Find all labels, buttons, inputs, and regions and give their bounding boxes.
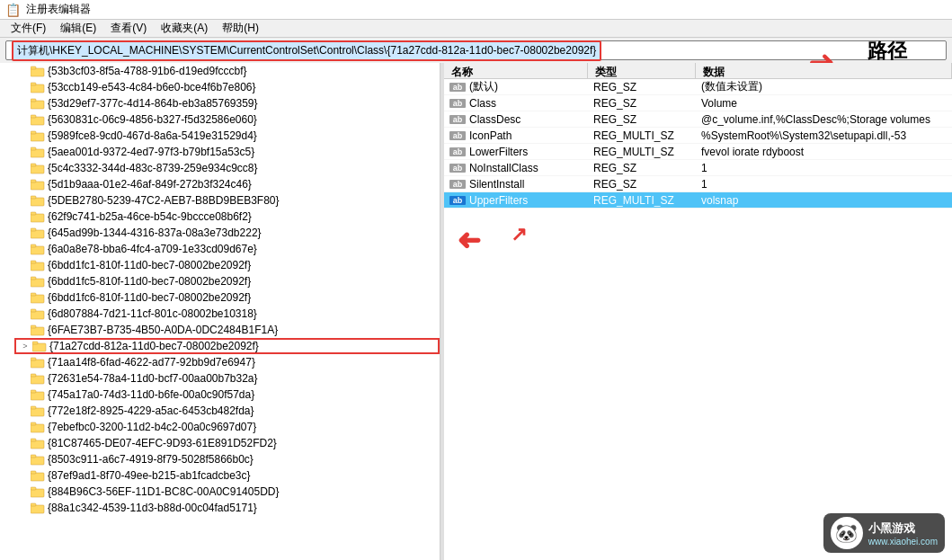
- registry-row[interactable]: abClassDescREG_SZ@c_volume.inf,%ClassDes…: [444, 111, 952, 128]
- svg-rect-24: [31, 262, 44, 271]
- folder-icon: [31, 259, 45, 271]
- tree-item[interactable]: {72631e54-78a4-11d0-bcf7-00aa00b7b32a}: [14, 370, 440, 387]
- svg-rect-27: [31, 277, 36, 280]
- tree-item[interactable]: {6a0a8e78-bba6-4fc4-a709-1e33cd09d67e}: [14, 241, 440, 257]
- tree-item[interactable]: {6bdd1fc5-810f-11d0-bec7-08002be2092f}: [14, 273, 440, 289]
- registry-row[interactable]: ab(默认)REG_SZ(数值未设置): [444, 79, 952, 95]
- tree-item[interactable]: {87ef9ad1-8f70-49ee-b215-ab1fcadcbe3c}: [14, 467, 440, 484]
- svg-rect-37: [31, 358, 36, 360]
- tree-item[interactable]: {884B96C3-56EF-11D1-BC8C-00A0C91405DD}: [14, 484, 440, 500]
- tree-item[interactable]: {8503c911-a6c7-4919-8f79-5028f5866b0c}: [14, 451, 440, 467]
- tree-item[interactable]: {745a17a0-74d3-11d0-b6fe-00a0c90f57da}: [14, 387, 440, 403]
- svg-rect-29: [31, 293, 36, 296]
- address-bar[interactable]: 计算机\HKEY_LOCAL_MACHINE\SYSTEM\CurrentCon…: [5, 40, 947, 60]
- tree-item[interactable]: {88a1c342-4539-11d3-b88d-00c04fad5171}: [14, 500, 440, 516]
- svg-rect-34: [32, 343, 46, 351]
- folder-icon: [31, 307, 45, 320]
- tree-item-label: {884B96C3-56EF-11D1-BC8C-00A0C91405DD}: [48, 485, 279, 498]
- watermark-site: www.xiaohei.com: [868, 537, 938, 547]
- registry-row[interactable]: abClassREG_SZVolume: [444, 95, 952, 111]
- tree-item[interactable]: {71aa14f8-6fad-4622-ad77-92bb9d7e6947}: [14, 354, 440, 370]
- registry-row[interactable]: abUpperFiltersREG_MULTI_SZvolsnap: [444, 192, 952, 209]
- tree-panel[interactable]: {53b3cf03-8f5a-4788-91b6-d19ed9fcccbf}{5…: [0, 63, 440, 560]
- svg-rect-42: [31, 408, 44, 416]
- registry-row[interactable]: abLowerFiltersREG_MULTI_SZfvevol iorate …: [444, 144, 952, 160]
- svg-rect-39: [31, 374, 36, 377]
- tree-item-label: {6bdd1fc5-810f-11d0-bec7-08002be2092f}: [48, 275, 251, 288]
- folder-icon: [31, 81, 45, 93]
- svg-rect-10: [31, 149, 44, 157]
- path-label: 路径: [867, 38, 907, 65]
- folder-icon: [31, 65, 45, 77]
- svg-rect-0: [31, 68, 44, 76]
- tree-item-label: {645ad99b-1344-4316-837a-08a3e73db222}: [48, 227, 262, 239]
- tree-item[interactable]: {6bdd1fc1-810f-11d0-bec7-08002be2092f}: [14, 257, 440, 273]
- registry-row[interactable]: abSilentInstallREG_SZ1: [444, 176, 952, 192]
- tree-item[interactable]: {81C87465-DE07-4EFC-9D93-61E891D52FD2}: [14, 435, 440, 451]
- registry-table[interactable]: ab(默认)REG_SZ(数值未设置)abClassREG_SZVolumeab…: [444, 79, 952, 560]
- svg-rect-30: [31, 311, 44, 319]
- folder-icon: [31, 210, 45, 223]
- folder-icon: [31, 243, 45, 255]
- svg-rect-3: [31, 83, 36, 85]
- reg-name: (默认): [469, 79, 498, 94]
- svg-rect-5: [31, 99, 36, 102]
- svg-rect-6: [31, 117, 44, 125]
- folder-icon: [31, 227, 45, 239]
- tree-item-label: {81C87465-DE07-4EFC-9D93-61E891D52FD2}: [48, 437, 277, 449]
- reg-data: volsnap: [696, 194, 952, 207]
- reg-name: LowerFilters: [469, 146, 528, 158]
- svg-rect-53: [31, 487, 36, 490]
- tree-item[interactable]: {53ccb149-e543-4c84-b6e0-bce4f6b7e806}: [14, 79, 440, 95]
- svg-rect-16: [31, 198, 44, 206]
- svg-rect-44: [31, 424, 44, 432]
- tree-item[interactable]: >{71a27cdd-812a-11d0-bec7-08002be2092f}: [14, 338, 440, 354]
- tree-item[interactable]: {5c4c3332-344d-483c-8739-259e934c9cc8}: [14, 160, 440, 176]
- tree-item-label: {62f9c741-b25a-46ce-b54c-9bccce08b6f2}: [48, 210, 252, 223]
- reg-data: (数值未设置): [696, 79, 952, 94]
- svg-rect-41: [31, 390, 36, 393]
- col-header-type: 类型: [588, 63, 696, 78]
- svg-rect-43: [31, 406, 36, 409]
- tree-item[interactable]: {53b3cf03-8f5a-4788-91b6-d19ed9fcccbf}: [14, 63, 440, 79]
- menu-file[interactable]: 文件(F): [4, 19, 53, 38]
- svg-rect-22: [31, 246, 44, 254]
- svg-rect-36: [31, 360, 44, 368]
- tree-item[interactable]: {5d1b9aaa-01e2-46af-849f-272b3f324c46}: [14, 176, 440, 192]
- folder-icon: [31, 485, 45, 498]
- tree-item[interactable]: {6d807884-7d21-11cf-801c-08002be10318}: [14, 306, 440, 322]
- menu-edit[interactable]: 编辑(E): [53, 19, 103, 38]
- tree-item-label: {53ccb149-e543-4c84-b6e0-bce4f6b7e806}: [48, 81, 256, 93]
- reg-data: 1: [696, 162, 952, 174]
- reg-type: REG_MULTI_SZ: [588, 194, 696, 207]
- tree-item[interactable]: {53d29ef7-377c-4d14-864b-eb3a85769359}: [14, 95, 440, 111]
- registry-row[interactable]: abIconPathREG_MULTI_SZ%SystemRoot%\Syste…: [444, 128, 952, 144]
- tree-item[interactable]: {5630831c-06c9-4856-b327-f5d32586e060}: [14, 111, 440, 128]
- svg-rect-45: [31, 422, 36, 425]
- folder-icon: [31, 97, 45, 110]
- svg-rect-28: [31, 295, 44, 303]
- tree-item[interactable]: {772e18f2-8925-4229-a5ac-6453cb482fda}: [14, 403, 440, 419]
- svg-rect-15: [31, 180, 36, 182]
- tree-item[interactable]: {5aea001d-9372-4ed7-97f3-b79bf15a53c5}: [14, 144, 440, 160]
- title-bar-text: 注册表编辑器: [26, 2, 91, 17]
- reg-name: UpperFilters: [469, 194, 528, 207]
- tree-item-label: {8503c911-a6c7-4919-8f79-5028f5866b0c}: [48, 453, 254, 466]
- tree-item[interactable]: {7ebefbc0-3200-11d2-b4c2-00a0c9697d07}: [14, 419, 440, 435]
- reg-data: fvevol iorate rdyboost: [696, 146, 952, 158]
- tree-item[interactable]: {6bdd1fc6-810f-11d0-bec7-08002be2092f}: [14, 289, 440, 306]
- registry-row[interactable]: abNoInstallClassREG_SZ1: [444, 160, 952, 176]
- svg-rect-1: [31, 67, 36, 69]
- tree-item[interactable]: {645ad99b-1344-4316-837a-08a3e73db222}: [14, 225, 440, 241]
- menu-view[interactable]: 查看(V): [103, 19, 154, 38]
- reg-data: %SystemRoot%\System32\setupapi.dll,-53: [696, 129, 952, 142]
- menu-help[interactable]: 帮助(H): [215, 19, 266, 38]
- tree-item[interactable]: {62f9c741-b25a-46ce-b54c-9bccce08b6f2}: [14, 209, 440, 225]
- tree-item-label: {71a27cdd-812a-11d0-bec7-08002be2092f}: [49, 340, 259, 352]
- tree-item[interactable]: {5DEB2780-5239-47C2-AEB7-B8BD9BEB3F80}: [14, 192, 440, 209]
- watermark-logo: 🐼: [831, 517, 863, 549]
- tree-item-label: {53d29ef7-377c-4d14-864b-eb3a85769359}: [48, 97, 258, 110]
- menu-favorites[interactable]: 收藏夹(A): [154, 19, 215, 38]
- tree-item[interactable]: {6FAE73B7-B735-4B50-A0DA-0DC2484B1F1A}: [14, 322, 440, 338]
- tree-item[interactable]: {5989fce8-9cd0-467d-8a6a-5419e31529d4}: [14, 128, 440, 144]
